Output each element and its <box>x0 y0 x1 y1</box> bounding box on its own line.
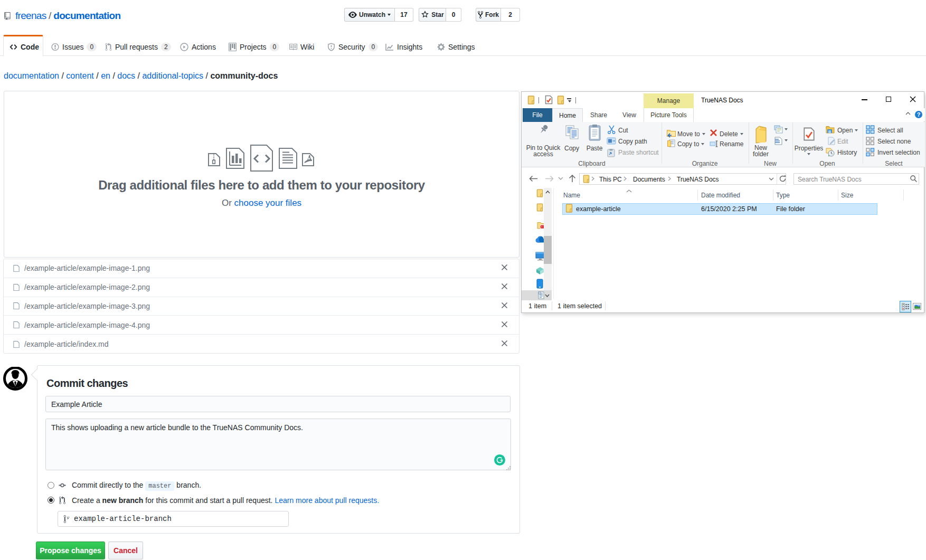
svg-text:?: ? <box>917 111 921 118</box>
